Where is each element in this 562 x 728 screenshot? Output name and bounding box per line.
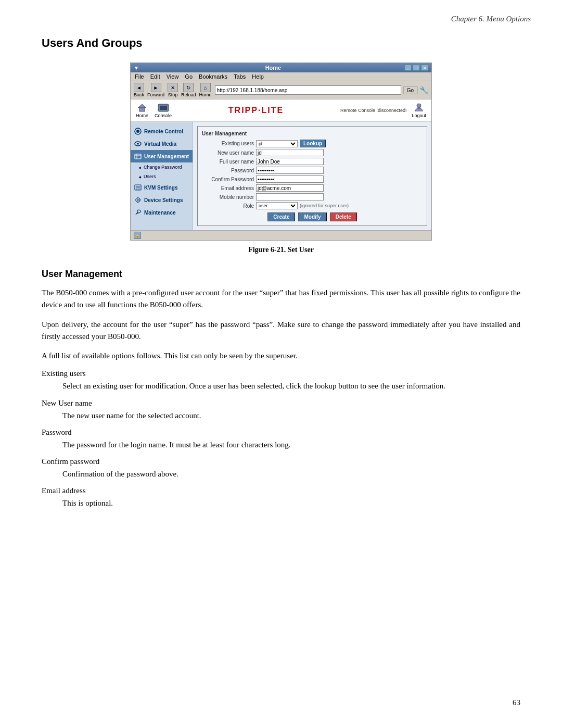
menu-bookmarks[interactable]: Bookmarks [199,73,227,80]
role-note: (ignored for super user) [300,203,349,208]
svg-rect-9 [135,154,141,159]
section-title: Users And Groups [42,36,520,50]
virtual-media-icon [134,140,142,148]
sidebar-label-users: Users [144,174,156,179]
home-nav-label: Home [136,113,148,118]
sidebar: Remote Control Virtual Media [131,122,193,230]
sidebar-item-kvm-settings[interactable]: KVM Settings [131,181,193,194]
modify-button[interactable]: Modify [298,212,326,221]
screenshot: ▼ Home _ □ × File Edit View Go Bookmarks… [130,62,432,241]
sidebar-item-remote-control[interactable]: Remote Control [131,125,193,137]
menu-view[interactable]: View [167,73,179,80]
detail-existing-users: Select an existing user for modification… [62,380,520,392]
role-select[interactable]: user [256,202,298,209]
detail-email: This is optional. [62,497,520,509]
svg-point-8 [137,143,139,145]
body-para-2: Upon delivery, the account for the user … [42,319,520,343]
svg-point-17 [137,199,139,201]
delete-button[interactable]: Delete [330,212,357,221]
stop-icon: ✕ [168,83,178,92]
sidebar-item-device-settings[interactable]: Device Settings [131,194,193,206]
sidebar-item-users[interactable]: Users [131,172,193,181]
minimize-button[interactable]: _ [404,65,412,71]
body-para-3: A full list of available options follows… [42,350,520,362]
action-buttons: Create Modify Delete [202,212,423,221]
maintenance-icon [134,208,142,217]
back-button[interactable]: ◄ Back [134,83,144,97]
menu-file[interactable]: File [135,73,144,80]
user-management-box: User Management Existing users jd Lookup… [197,126,427,226]
remote-control-icon [134,127,142,135]
stop-button[interactable]: ✕ Stop [168,83,178,97]
nav-icons: Home Console [136,103,172,118]
term-email: Email address [42,486,520,495]
console-nav-icon [158,103,169,113]
menu-help[interactable]: Help [252,73,264,80]
sidebar-label-maintenance: Maintenance [144,210,176,216]
email-input[interactable] [256,184,324,192]
user-management-icon [134,152,142,160]
sidebar-label-change-password: Change Password [144,165,182,170]
menu-tabs[interactable]: Tabs [234,73,246,80]
existing-users-select[interactable]: jd [256,140,298,147]
browser-toolbar: ◄ Back ► Forward ✕ Stop ↻ Reload ⌂ Home … [131,81,431,99]
reload-button[interactable]: ↻ Reload [181,83,196,97]
home-button[interactable]: ⌂ Home [199,83,212,97]
menu-go[interactable]: Go [185,73,193,80]
forward-icon: ► [151,83,161,92]
sidebar-item-change-password[interactable]: Change Password [131,162,193,172]
new-username-input[interactable] [256,149,324,156]
figure-caption: Figure 6-21. Set User [42,246,520,254]
home-nav-item[interactable]: Home [136,103,148,118]
sidebar-label-device-settings: Device Settings [144,197,183,203]
existing-users-label: Existing users [202,141,254,146]
main-panel: User Management Existing users jd Lookup… [193,122,431,230]
detail-confirm-password: Confirmation of the password above. [62,468,520,480]
lookup-button[interactable]: Lookup [300,140,326,147]
confirm-password-label: Confirm Password [202,177,254,182]
sidebar-item-maintenance[interactable]: Maintenance [131,206,193,219]
confirm-password-row: Confirm Password [202,175,423,183]
tripp-lite-logo: TRIPP·LITE [172,106,340,115]
browser-titlebar: ▼ Home _ □ × [131,63,431,72]
mobile-input[interactable] [256,193,324,200]
back-icon: ◄ [134,83,144,92]
existing-users-row: Existing users jd Lookup [202,140,423,147]
password-label: Password [202,168,254,173]
mobile-label: Mobile number [202,194,254,200]
connection-status: Remote Console :disconnected! [340,108,407,113]
logout-label: Logout [412,113,426,118]
statusbar-icon: 🔒 [134,232,141,239]
password-row: Password [202,167,423,174]
confirm-password-input[interactable] [256,175,324,183]
forward-button[interactable]: ► Forward [147,83,164,97]
subsection-title: User Management [42,269,520,280]
window-controls[interactable]: _ □ × [404,65,428,71]
full-name-label: Full user name [202,159,254,165]
email-row: Email address [202,184,423,192]
term-confirm-password: Confirm password [42,457,520,466]
full-name-input[interactable] [256,158,324,165]
logout-button[interactable]: Logout [412,103,426,118]
create-button[interactable]: Create [267,212,295,221]
logout-icon [414,103,424,113]
close-button[interactable]: × [421,65,428,71]
menu-edit[interactable]: Edit [150,73,160,80]
role-label: Role [202,203,254,209]
browser-statusbar: 🔒 [131,230,431,240]
url-input[interactable] [215,85,401,95]
console-nav-label: Console [155,113,172,118]
url-bar: Go 🔧 [215,85,428,95]
maximize-button[interactable]: □ [413,65,420,71]
password-input[interactable] [256,167,324,174]
console-nav-item[interactable]: Console [155,103,172,118]
home-icon: ⌂ [200,83,211,92]
page-number: 63 [513,698,520,707]
full-name-row: Full user name [202,158,423,165]
svg-point-6 [136,130,139,133]
sidebar-item-virtual-media[interactable]: Virtual Media [131,137,193,150]
sidebar-item-user-management[interactable]: User Management [131,150,193,162]
sidebar-label-user-management: User Management [144,154,189,159]
detail-new-username: The new user name for the selected accou… [62,410,520,422]
go-button[interactable]: Go [403,86,417,94]
